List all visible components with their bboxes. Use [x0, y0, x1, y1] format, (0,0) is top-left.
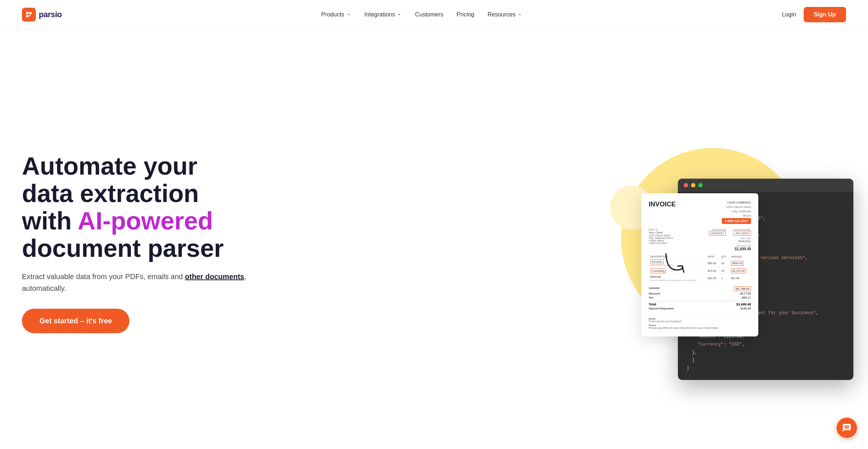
- hero-title-highlight: AI-powered: [78, 207, 213, 235]
- row-amount: $22.95: [729, 274, 751, 283]
- deposit-value: $169.95: [740, 307, 751, 310]
- dot-green: [698, 183, 703, 187]
- date-block: Date Issued 16/9/2021: [709, 228, 726, 236]
- bill-to-label: Billed To: [649, 228, 673, 231]
- amount-due-value: $1,699.48: [709, 247, 751, 251]
- hero-section: Automate your data extraction with AI-po…: [0, 29, 868, 449]
- deposit-label: Deposit Requested: [649, 307, 673, 310]
- chat-icon: [842, 423, 852, 433]
- tax-label: Tax: [649, 296, 653, 299]
- nav-links: Products Integrations Customers Pricing …: [321, 11, 522, 18]
- invoice-bill-row: Billed To Your Client 1234 Clients Stree…: [649, 228, 751, 251]
- row-amount: $1,125.00: [729, 268, 751, 274]
- highlighted-amount: $550.00: [731, 261, 744, 266]
- invoice-company-block: YOUR COMPANY 1234 Clients StreetCity, Ca…: [722, 201, 751, 224]
- company-name: YOUR COMPANY: [727, 201, 751, 204]
- amount-due-block: Amount Due $1,699.48: [709, 244, 751, 251]
- cta-button[interactable]: Get started – it's free: [22, 309, 129, 333]
- terms-label: Terms: [649, 324, 656, 327]
- row-qty: 15: [720, 268, 730, 274]
- notes-section: Notes Thank you for your business!: [649, 317, 751, 323]
- hero-title-part2: document parser: [22, 234, 224, 262]
- invoice-meta-row: Date Issued 16/9/2021 Invoice Number INV…: [709, 228, 751, 236]
- subtotal-label: Subtotal: [649, 286, 659, 291]
- invoice-company: YOUR COMPANY 1234 Clients StreetCity, Ca…: [722, 201, 751, 218]
- invoice-number-box: 1-888-123-4567: [722, 218, 751, 224]
- nav-pricing[interactable]: Pricing: [457, 11, 475, 18]
- date-value: 16/9/2021: [709, 231, 726, 236]
- subtitle-link[interactable]: other documents: [185, 273, 244, 281]
- bill-to-block: Billed To Your Client 1234 Clients Stree…: [649, 228, 673, 251]
- row-amount: $550.00: [729, 259, 751, 268]
- deposit-row: Deposit Requested $169.95: [649, 307, 751, 311]
- nav-actions: Login Sign Up: [782, 7, 846, 22]
- hero-right: "invoice-data": { "InvoiceDate": "2021-0…: [597, 171, 846, 315]
- chat-button[interactable]: [837, 418, 857, 438]
- code-line: "Currency": "USD",: [687, 341, 845, 349]
- code-titlebar: [678, 179, 853, 192]
- subtitle-text1: Extract valuable data from your PDFs, em…: [22, 273, 185, 281]
- row-rate: $55.00: [706, 259, 720, 268]
- total-label: Total: [649, 302, 656, 306]
- invoice-totals: Subtotal $1,798.29 Discount -$177.66 Tax…: [649, 286, 751, 311]
- discount-value: -$177.66: [739, 292, 751, 295]
- logo[interactable]: parsio: [22, 8, 62, 22]
- highlighted-amount: $1,125.00: [731, 269, 746, 273]
- total-row: Total $1,699.48: [649, 301, 751, 307]
- due-date-value: 25/9/2021: [709, 240, 751, 243]
- notes-label: Notes: [649, 317, 656, 320]
- dot-red: [684, 183, 688, 187]
- row-rate: $22.95: [706, 274, 720, 283]
- code-line: },: [687, 349, 845, 357]
- subtotal-value: $1,798.29: [734, 286, 751, 291]
- chevron-down-icon: [517, 12, 522, 17]
- notes-text: Thank you for your business!: [649, 320, 682, 323]
- terms-text: Please pay within 30 days using the link…: [649, 327, 718, 329]
- dot-yellow: [691, 183, 695, 187]
- row-qty: 10: [720, 259, 730, 268]
- row-rate: $75.00: [706, 268, 720, 274]
- total-value: $1,699.48: [736, 302, 751, 306]
- chevron-down-icon: [346, 12, 351, 17]
- invoice-footer: Notes Thank you for your business! Terms…: [649, 314, 751, 329]
- invoice-title-block: INVOICE: [649, 201, 676, 208]
- col-rate: RATE: [706, 255, 720, 259]
- client-address: 1234 Clients StreetCity, California 9021…: [649, 234, 673, 244]
- hero-subtitle: Extract valuable data from your PDFs, em…: [22, 271, 249, 294]
- invoice-meta-block: Date Issued 16/9/2021 Invoice Number INV…: [709, 228, 751, 251]
- nav-products[interactable]: Products: [321, 11, 351, 18]
- col-amount: AMOUNT: [729, 255, 751, 259]
- row-qty: 1: [720, 274, 730, 283]
- col-qty: QTY: [720, 255, 730, 259]
- invoice-title: INVOICE: [649, 201, 676, 208]
- logo-svg: [25, 11, 33, 19]
- due-date-block: Due Date 25/9/2021: [709, 237, 751, 243]
- inv-num-value: INV-10012: [733, 231, 751, 236]
- chevron-down-icon: [397, 12, 402, 17]
- nav-customers[interactable]: Customers: [415, 11, 443, 18]
- invoice-document: INVOICE YOUR COMPANY 1234 Clients Street…: [641, 193, 758, 336]
- client-info: Your Client 1234 Clients StreetCity, Cal…: [649, 231, 673, 244]
- discount-row: Discount -$177.66: [649, 292, 751, 296]
- inv-num-block: Invoice Number INV-10012: [733, 228, 751, 236]
- tax-value: -$69.11: [741, 296, 751, 299]
- code-line: ]: [687, 357, 845, 365]
- login-button[interactable]: Login: [782, 11, 796, 18]
- nav-resources[interactable]: Resources: [487, 11, 522, 18]
- code-line: }: [687, 365, 845, 373]
- logo-icon: [22, 8, 36, 22]
- invoice-number: 1-888-123-4567: [725, 219, 748, 223]
- invoice-bill-section: Billed To Your Client 1234 Clients Stree…: [649, 228, 751, 251]
- logo-text: parsio: [39, 10, 62, 19]
- terms-section: Terms Please pay within 30 days using th…: [649, 324, 751, 329]
- discount-label: Discount: [649, 292, 660, 295]
- hero-title: Automate your data extraction with AI-po…: [22, 152, 249, 262]
- invoice-header: INVOICE YOUR COMPANY 1234 Clients Street…: [649, 201, 751, 224]
- company-address: 1234 Clients StreetCity, California90210: [726, 205, 751, 217]
- subtotal-row: Subtotal $1,798.29: [649, 286, 751, 292]
- client-name: Your Client: [649, 231, 673, 234]
- navbar: parsio Products Integrations Customers P…: [0, 0, 868, 29]
- nav-integrations[interactable]: Integrations: [365, 11, 402, 18]
- tax-row: Tax -$69.11: [649, 296, 751, 300]
- signup-button[interactable]: Sign Up: [804, 7, 846, 22]
